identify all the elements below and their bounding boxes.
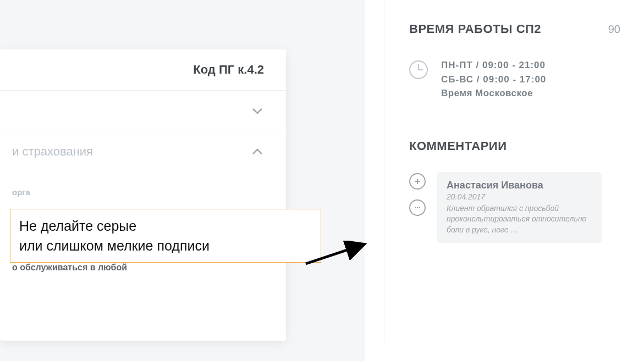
hours-line-2: СБ-ВС / 09:00 - 17:00 xyxy=(441,73,546,87)
hours-lines: ПН-ПТ / 09:00 - 21:00 СБ-ВС / 09:00 - 17… xyxy=(441,58,546,101)
sub-text-fragment: орга xyxy=(12,187,286,197)
comment-date: 20.04.2017 xyxy=(447,192,592,201)
right-sidebar: ВРЕМЯ РАБОТЫ СП2 90 ПН-ПТ / 09:00 - 21:0… xyxy=(384,0,642,343)
svg-line-6 xyxy=(306,245,362,264)
bottom-text-fragment: о обслуживаться в любой xyxy=(12,263,286,273)
add-comment-icon[interactable] xyxy=(409,173,426,190)
annotation-arrow-icon xyxy=(301,241,373,268)
accordion-row-2[interactable]: и страхования xyxy=(0,131,286,172)
comment-author: Анастасия Иванова xyxy=(447,180,592,191)
page-number: 90 xyxy=(608,23,620,36)
accordion-label-2: и страхования xyxy=(12,145,250,159)
working-hours-title: ВРЕМЯ РАБОТЫ СП2 xyxy=(409,22,541,36)
card-header-code: Код ПГ к.4.2 xyxy=(193,63,264,77)
comment-text: Клиент обратился с просьбой проконсльтир… xyxy=(447,203,592,236)
accordion-row-1[interactable] xyxy=(0,91,286,131)
callout-line-2: или слишком мелкие подписи xyxy=(19,236,312,256)
hours-line-1: ПН-ПТ / 09:00 - 21:00 xyxy=(441,58,546,73)
insurance-card: Код ПГ к.4.2 и страхования орга о обслуж… xyxy=(0,49,286,341)
svg-point-2 xyxy=(415,207,416,208)
clock-icon xyxy=(409,60,428,79)
svg-point-4 xyxy=(419,207,420,208)
comments-block: Анастасия Иванова 20.04.2017 Клиент обра… xyxy=(409,172,620,243)
annotation-callout: Не делайте серые или слишком мелкие подп… xyxy=(10,209,321,263)
chevron-up-icon xyxy=(250,144,265,159)
rail-title-row: ВРЕМЯ РАБОТЫ СП2 90 xyxy=(409,22,620,36)
hours-block: ПН-ПТ / 09:00 - 21:00 СБ-ВС / 09:00 - 17… xyxy=(409,58,620,101)
comments-title: КОММЕНТАРИИ xyxy=(409,139,620,153)
chat-icon[interactable] xyxy=(409,199,426,216)
comment-card[interactable]: Анастасия Иванова 20.04.2017 Клиент обра… xyxy=(437,172,602,243)
svg-point-3 xyxy=(417,207,418,208)
chevron-down-icon xyxy=(250,103,265,119)
card-header: Код ПГ к.4.2 xyxy=(0,49,286,91)
hours-timezone: Время Московское xyxy=(441,86,546,101)
comment-action-icons xyxy=(409,172,426,243)
callout-line-1: Не делайте серые xyxy=(19,216,312,236)
